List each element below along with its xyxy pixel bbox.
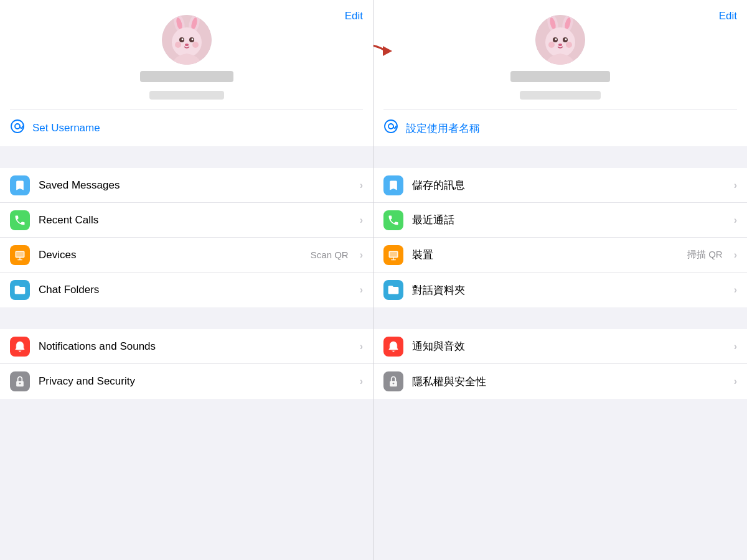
left-menu-item-notifications[interactable]: Notifications and Sounds › xyxy=(0,329,373,364)
left-menu-item-privacy[interactable]: Privacy and Security › xyxy=(0,364,373,399)
left-username-row[interactable]: Set Username xyxy=(10,110,363,146)
right-menu-item-devices[interactable]: 裝置 掃描 QR › xyxy=(374,238,747,273)
right-recent-calls-icon xyxy=(383,210,403,230)
folder-icon xyxy=(14,284,26,296)
right-devices-icon xyxy=(383,245,403,265)
left-username-label: Set Username xyxy=(32,122,100,134)
left-privacy-label: Privacy and Security xyxy=(39,375,351,388)
right-recent-calls-chevron: › xyxy=(734,215,737,226)
right-edit-button[interactable]: Edit xyxy=(719,10,737,22)
left-panel: Edit xyxy=(0,0,374,560)
svg-point-32 xyxy=(548,42,555,48)
left-name-blur xyxy=(140,71,233,82)
svg-rect-16 xyxy=(16,252,24,257)
right-devices-label: 裝置 xyxy=(412,248,679,262)
left-privacy-icon xyxy=(10,371,30,391)
right-username-row[interactable]: 設定使用者名稱 xyxy=(383,110,737,146)
left-menu-item-devices[interactable]: Devices Scan QR › xyxy=(0,238,373,273)
left-saved-messages-icon xyxy=(10,175,30,195)
right-avatar-image xyxy=(535,15,585,65)
right-devices-chevron: › xyxy=(734,250,737,261)
left-recent-calls-label: Recent Calls xyxy=(39,214,351,226)
phone-icon xyxy=(14,214,26,226)
right-saved-messages-chevron: › xyxy=(734,180,737,191)
right-privacy-icon xyxy=(383,371,403,391)
phone-icon-zh xyxy=(387,214,400,226)
svg-point-10 xyxy=(185,44,189,46)
right-privacy-label: 隱私權與安全性 xyxy=(412,375,725,389)
svg-point-33 xyxy=(566,42,572,48)
right-notifications-icon xyxy=(383,337,403,357)
right-avatar xyxy=(535,15,585,65)
left-menu-item-chat-folders[interactable]: Chat Folders › xyxy=(0,273,373,307)
left-menu-item-recent-calls[interactable]: Recent Calls › xyxy=(0,203,373,238)
left-notifications-icon xyxy=(10,337,30,357)
left-devices-icon xyxy=(10,245,30,265)
right-username-section: 設定使用者名稱 xyxy=(374,110,747,146)
left-chat-folders-chevron: › xyxy=(360,284,363,296)
right-privacy-chevron: › xyxy=(734,376,737,387)
svg-point-11 xyxy=(175,42,181,48)
right-menu-item-saved-messages[interactable]: 儲存的訊息 › xyxy=(374,168,747,203)
right-notifications-chevron: › xyxy=(734,341,737,352)
right-menu-item-recent-calls[interactable]: 最近通話 › xyxy=(374,203,747,238)
svg-point-40 xyxy=(393,383,395,385)
svg-point-29 xyxy=(555,39,557,40)
right-menu-item-notifications[interactable]: 通知與音效 › xyxy=(374,329,747,364)
svg-marker-20 xyxy=(383,46,392,56)
bookmark-icon xyxy=(14,179,26,192)
left-divider-1 xyxy=(0,146,373,168)
left-username-icon xyxy=(10,119,25,138)
left-menu-item-saved-messages[interactable]: Saved Messages › xyxy=(0,168,373,203)
svg-point-35 xyxy=(388,124,393,129)
left-phone-blur xyxy=(149,91,224,100)
left-profile-header: Edit xyxy=(0,0,373,110)
left-name-block xyxy=(10,71,363,100)
right-menu-item-privacy[interactable]: 隱私權與安全性 › xyxy=(374,364,747,399)
right-panel: Edit xyxy=(374,0,747,560)
svg-point-13 xyxy=(11,120,24,133)
left-username-section: Set Username xyxy=(0,110,373,146)
left-chat-folders-icon xyxy=(10,280,30,300)
left-menu-group-2: Notifications and Sounds › Privacy and S… xyxy=(0,329,373,399)
right-phone-blur xyxy=(520,91,601,100)
right-menu-group-2: 通知與音效 › 隱私權與安全性 › xyxy=(374,329,747,399)
svg-point-19 xyxy=(19,383,21,385)
bell-icon xyxy=(14,340,26,353)
right-saved-messages-icon xyxy=(383,175,403,195)
svg-rect-37 xyxy=(390,252,397,257)
right-username-icon xyxy=(383,119,398,138)
svg-point-9 xyxy=(191,39,193,40)
svg-point-12 xyxy=(192,42,199,48)
device-icon-zh xyxy=(387,249,400,261)
right-divider-1 xyxy=(374,146,747,168)
left-menu-group-1: Saved Messages › Recent Calls › Devices … xyxy=(0,168,373,307)
right-name-block xyxy=(383,71,737,100)
left-recent-calls-chevron: › xyxy=(360,215,363,226)
device-icon xyxy=(14,249,26,261)
right-profile-header: Edit xyxy=(374,0,747,110)
arrow-icon xyxy=(374,32,398,70)
page: Edit xyxy=(0,0,747,560)
left-devices-hint: Scan QR xyxy=(311,250,349,260)
right-menu-item-chat-folders[interactable]: 對話資料夾 › xyxy=(374,273,747,307)
left-devices-label: Devices xyxy=(39,249,302,261)
left-notifications-label: Notifications and Sounds xyxy=(39,340,351,353)
svg-point-14 xyxy=(15,124,20,129)
username-at-icon xyxy=(10,119,25,134)
right-recent-calls-label: 最近通話 xyxy=(412,213,725,227)
left-privacy-chevron: › xyxy=(360,376,363,387)
left-edit-button[interactable]: Edit xyxy=(345,10,363,22)
bookmark-icon-zh xyxy=(387,179,400,192)
right-menu-group-1: 儲存的訊息 › 最近通話 › 裝置 掃描 QR › xyxy=(374,168,747,307)
left-saved-messages-label: Saved Messages xyxy=(39,179,351,192)
right-chat-folders-icon xyxy=(383,280,403,300)
left-chat-folders-label: Chat Folders xyxy=(39,284,351,296)
svg-point-8 xyxy=(181,39,183,40)
left-avatar xyxy=(162,15,212,65)
left-saved-messages-chevron: › xyxy=(360,180,363,191)
svg-point-34 xyxy=(385,120,397,133)
left-notifications-chevron: › xyxy=(360,341,363,352)
right-saved-messages-label: 儲存的訊息 xyxy=(412,178,725,192)
left-devices-chevron: › xyxy=(360,250,363,261)
